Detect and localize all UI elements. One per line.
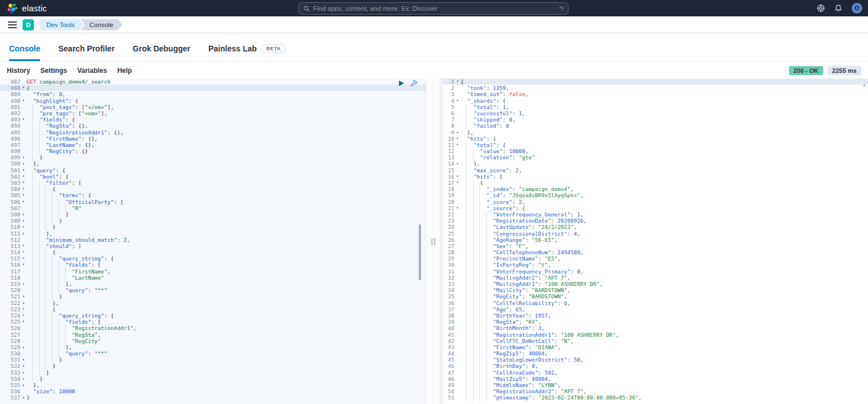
fold-toggle-icon[interactable]: ▾ (20, 186, 27, 192)
breadcrumb-console[interactable]: Console (80, 19, 122, 31)
code-line[interactable]: 498"RegCity": {} (0, 148, 427, 154)
code-line[interactable]: 34"MailCity": "BARDSTOWN", (443, 287, 868, 293)
code-line[interactable]: 42"CellFTC_DoNotCall": "N", (443, 338, 868, 344)
code-line[interactable]: 501▾"query": { (0, 167, 427, 173)
code-line[interactable]: 17▾{ (443, 180, 868, 186)
code-line[interactable]: 43"FirstName": "DIANA", (443, 344, 868, 350)
code-line[interactable]: 31"VoterFrequency_Primary": 0, (443, 268, 868, 275)
code-line[interactable]: 509▴} (0, 218, 427, 224)
menu-help[interactable]: Help (117, 67, 132, 75)
code-line[interactable]: 505▾"terms": { (0, 192, 427, 198)
code-line[interactable]: 33"MailingAddr1": "100 ASHBERRY DR", (443, 281, 868, 287)
code-line[interactable]: 527"RegSta", (0, 332, 427, 338)
user-avatar[interactable]: O (852, 3, 862, 14)
fold-toggle-icon[interactable]: ▾ (454, 98, 461, 104)
code-line[interactable]: 27"Sex": "F", (443, 243, 868, 249)
fold-toggle-icon[interactable]: ▾ (20, 312, 27, 319)
code-line[interactable]: 16▾"hits": [ (443, 173, 868, 180)
fold-toggle-icon[interactable]: ▴ (20, 154, 27, 160)
code-line[interactable]: 516▾"fields": [ (0, 262, 427, 268)
panel-resize-handle[interactable] (432, 238, 435, 245)
code-line[interactable]: 499▴} (0, 154, 427, 160)
code-line[interactable]: 491"post_tags": ["</em>"], (0, 104, 427, 110)
fold-toggle-icon[interactable]: ▾ (20, 243, 27, 249)
code-line[interactable]: 515▾"query_string": { (0, 255, 427, 262)
code-line[interactable]: 29"PrecinctName": "E5", (443, 255, 868, 262)
code-line[interactable]: 524▾"query_string": { (0, 312, 427, 319)
code-line[interactable]: 3"timed_out": false, (443, 91, 868, 97)
code-line[interactable]: 502▾"bool": { (0, 173, 427, 180)
fold-toggle-icon[interactable]: ▾ (20, 262, 27, 268)
fold-toggle-icon[interactable]: ▴ (20, 363, 27, 369)
code-line[interactable]: 508▴] (0, 211, 427, 218)
request-options-wrench-icon[interactable] (410, 80, 418, 87)
code-line[interactable]: 488▾{ (0, 85, 427, 91)
code-line[interactable]: 536"size": 10000 (0, 388, 427, 394)
code-line[interactable]: 510▴} (0, 224, 427, 230)
fold-toggle-icon[interactable]: ▾ (20, 116, 27, 123)
code-line[interactable]: 41"RegistrationAddr1": "100 ASHBERRY DR"… (443, 332, 868, 338)
code-line[interactable]: 20"_score": 2, (443, 199, 868, 205)
fold-toggle-icon[interactable]: ▾ (20, 199, 27, 205)
fold-toggle-icon[interactable]: ▾ (20, 167, 27, 173)
code-line[interactable]: 18"_index": "campaign_demo4", (443, 186, 868, 192)
code-line[interactable]: 13"relation": "gte" (443, 154, 868, 160)
fold-toggle-icon[interactable]: ▾ (20, 192, 27, 198)
code-line[interactable]: 44"RegZip5": 40004, (443, 350, 868, 357)
code-line[interactable]: 35"RegCity": "BARDSTOWN", (443, 293, 868, 299)
code-line[interactable]: 496"FirstName": {}, (0, 136, 427, 142)
menu-hamburger-icon[interactable] (8, 21, 17, 28)
code-line[interactable]: 36"CellTelReliability": 6, (443, 300, 868, 306)
tab-search-profiler[interactable]: Search Profiler (58, 44, 115, 61)
code-line[interactable]: 32"MailingAddr2": "APT 7", (443, 275, 868, 281)
code-line[interactable]: 23"RegistrationDate": 20200926, (443, 218, 868, 224)
code-line[interactable]: 40"BirthMonth": 3, (443, 325, 868, 331)
code-line[interactable]: 10▾"hits": { (443, 136, 868, 142)
code-line[interactable]: 523▾{ (0, 306, 427, 312)
code-line[interactable]: 46"BirthDay": 0, (443, 363, 868, 369)
code-line[interactable]: 518"LastName" (0, 275, 427, 281)
fold-toggle-icon[interactable]: ▴ (20, 382, 27, 388)
code-line[interactable]: 49"MiddleName": "LYNN", (443, 382, 868, 388)
response-editor[interactable]: ▲ 1▾{2"took": 1359,3"timed_out": false,4… (440, 79, 868, 404)
code-line[interactable]: 6"successful": 1, (443, 110, 868, 116)
fold-toggle-icon[interactable]: ▾ (454, 173, 461, 180)
code-line[interactable]: 513▾"should": [ (0, 243, 427, 249)
code-line[interactable]: 50"RegistrationAddr2": "APT 7", (443, 388, 868, 394)
code-line[interactable]: 15"max_score": 2, (443, 167, 868, 173)
code-line[interactable]: 14▴}, (443, 160, 868, 167)
code-line[interactable]: 531▴} (0, 357, 427, 363)
search-input[interactable] (313, 5, 556, 12)
code-line[interactable]: 11▾"total": { (443, 142, 868, 148)
fold-toggle-icon[interactable]: ▾ (20, 306, 27, 312)
menu-history[interactable]: History (7, 67, 30, 75)
code-line[interactable]: 504▾{ (0, 186, 427, 192)
code-line[interactable]: 530"query": "**" (0, 350, 427, 357)
tab-grok-debugger[interactable]: Grok Debugger (133, 44, 190, 61)
code-line[interactable]: 517"FirstName", (0, 268, 427, 275)
menu-variables[interactable]: Variables (77, 67, 107, 75)
code-line[interactable]: 535▴}, (0, 382, 427, 388)
code-line[interactable]: 529▴], (0, 344, 427, 350)
fold-toggle-icon[interactable]: ▴ (20, 160, 27, 167)
code-line[interactable]: 506▾"OfficialParty": [ (0, 199, 427, 205)
code-line[interactable]: 26"AgeRange": "56-65", (443, 237, 868, 243)
code-line[interactable]: 25"CongressionalDistrict": 4, (443, 231, 868, 237)
tab-console[interactable]: Console (9, 44, 40, 61)
code-line[interactable]: 38"BirthYear": 1957, (443, 312, 868, 319)
fold-toggle-icon[interactable]: ▴ (20, 376, 27, 382)
fold-toggle-icon[interactable]: ▴ (20, 293, 27, 299)
response-scrollbar-up-arrow[interactable]: ▲ (862, 83, 866, 87)
code-line[interactable]: 8"failed": 0 (443, 123, 868, 129)
code-line[interactable]: 487GET campaign_demo4/_search (0, 79, 427, 85)
fold-toggle-icon[interactable]: ▾ (454, 205, 461, 211)
code-line[interactable]: 2"took": 1359, (443, 85, 868, 91)
help-icon[interactable] (817, 4, 825, 12)
code-line[interactable]: 525▾"fields": [ (0, 319, 427, 325)
code-line[interactable]: 500▴}, (0, 160, 427, 167)
devtools-app-icon[interactable]: D (23, 19, 34, 31)
request-editor[interactable]: 487GET campaign_demo4/_search488▾{489"fr… (0, 79, 427, 404)
code-line[interactable]: 30"IsPartyReg": "t", (443, 262, 868, 268)
code-line[interactable]: 489"from": 0, (0, 91, 427, 97)
fold-toggle-icon[interactable]: ▾ (454, 180, 461, 186)
